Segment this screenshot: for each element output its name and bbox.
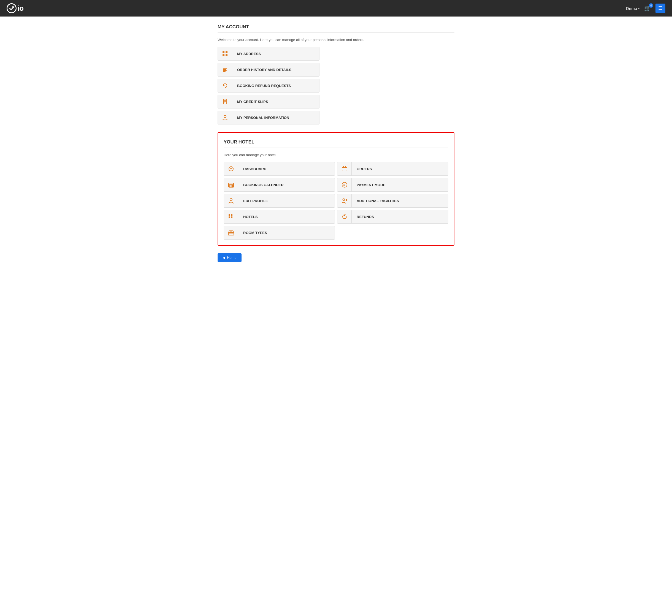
svg-point-13 bbox=[224, 115, 226, 118]
myaccount-title: MY ACCOUNT bbox=[218, 24, 454, 30]
myaccount-section: MY ACCOUNT Welcome to your account. Here… bbox=[218, 24, 454, 124]
booking-refund-button[interactable]: BOOKING REFUND REQUESTS bbox=[218, 79, 319, 93]
svg-rect-9 bbox=[223, 99, 227, 104]
my-address-icon bbox=[218, 47, 232, 60]
room-types-button[interactable]: ROOM TYPES bbox=[224, 226, 335, 240]
edit-profile-icon bbox=[224, 194, 238, 207]
svg-rect-35 bbox=[230, 231, 232, 232]
my-personal-info-button[interactable]: MY PERSONAL INFORMATION bbox=[218, 111, 319, 124]
hotels-label: HOTELS bbox=[238, 215, 263, 219]
myaccount-welcome: Welcome to your account. Here you can ma… bbox=[218, 38, 454, 42]
room-types-icon bbox=[224, 226, 238, 239]
demo-chevron-icon: ▾ bbox=[638, 7, 640, 10]
yourhotel-welcome: Here you can manage your hotel. bbox=[224, 153, 448, 157]
svg-point-26 bbox=[343, 199, 345, 201]
logo-area: io bbox=[7, 3, 23, 13]
hotels-button[interactable]: HOTELS bbox=[224, 210, 335, 224]
orders-icon bbox=[337, 162, 352, 175]
additional-facilities-icon bbox=[337, 194, 352, 207]
svg-rect-21 bbox=[231, 185, 231, 187]
order-history-label: ORDER HISTORY AND DETAILS bbox=[232, 68, 296, 72]
svg-rect-0 bbox=[12, 6, 14, 8]
home-arrow-icon: ◀ bbox=[223, 256, 225, 260]
header-actions: Demo ▾ 🛒 0 ☰ bbox=[626, 4, 665, 13]
room-types-label: ROOM TYPES bbox=[238, 231, 272, 235]
svg-rect-4 bbox=[226, 54, 227, 56]
logo-text: io bbox=[18, 4, 23, 13]
my-address-label: MY ADDRESS bbox=[232, 52, 266, 56]
logo-check-icon bbox=[7, 3, 17, 13]
my-personal-info-icon bbox=[218, 111, 232, 124]
orders-label: ORDERS bbox=[352, 167, 377, 171]
additional-facilities-label: ADDITIONAL FACILITIES bbox=[352, 199, 404, 203]
yourhotel-grid: DASHBOARD ORDERS bbox=[224, 162, 448, 240]
svg-rect-2 bbox=[223, 54, 224, 56]
additional-facilities-button[interactable]: ADDITIONAL FACILITIES bbox=[337, 194, 448, 208]
refunds-icon bbox=[337, 210, 352, 223]
home-label: Home bbox=[227, 256, 237, 260]
svg-rect-31 bbox=[231, 214, 232, 216]
svg-rect-29 bbox=[229, 214, 230, 216]
my-credit-slips-icon bbox=[218, 95, 232, 108]
order-history-button[interactable]: ORDER HISTORY AND DETAILS bbox=[218, 63, 319, 77]
bookings-calender-icon bbox=[224, 178, 238, 191]
svg-rect-30 bbox=[229, 216, 230, 218]
booking-refund-label: BOOKING REFUND REQUESTS bbox=[232, 84, 296, 88]
order-history-icon bbox=[218, 63, 232, 76]
hamburger-icon: ☰ bbox=[658, 6, 663, 11]
hotels-icon bbox=[224, 210, 238, 223]
booking-refund-icon bbox=[218, 79, 232, 92]
refunds-label: REFUNDS bbox=[352, 215, 379, 219]
demo-menu[interactable]: Demo ▾ bbox=[626, 6, 640, 11]
bookings-calender-label: BOOKINGS CALENDER bbox=[238, 183, 289, 187]
my-address-button[interactable]: MY ADDRESS bbox=[218, 47, 319, 61]
top-header: io Demo ▾ 🛒 0 ☰ bbox=[0, 0, 672, 17]
yourhotel-divider bbox=[224, 148, 448, 148]
footer-actions: ◀ Home bbox=[218, 253, 454, 262]
bookings-calender-button[interactable]: BOOKINGS CALENDER bbox=[224, 178, 335, 192]
demo-label: Demo bbox=[626, 6, 637, 11]
cart-button[interactable]: 🛒 0 bbox=[644, 5, 651, 12]
main-content: MY ACCOUNT Welcome to your account. Here… bbox=[212, 17, 460, 273]
orders-button[interactable]: ORDERS bbox=[337, 162, 448, 176]
my-credit-slips-button[interactable]: MY CREDIT SLIPS bbox=[218, 95, 319, 108]
svg-rect-1 bbox=[223, 51, 224, 53]
yourhotel-section: YOUR HOTEL Here you can manage your hote… bbox=[218, 132, 454, 246]
payment-mode-label: PAYMENT MODE bbox=[352, 183, 390, 187]
svg-rect-3 bbox=[226, 51, 227, 53]
payment-mode-icon: $ bbox=[337, 178, 352, 191]
svg-point-15 bbox=[231, 169, 231, 169]
home-button[interactable]: ◀ Home bbox=[218, 253, 242, 262]
dashboard-icon bbox=[224, 162, 238, 175]
my-credit-slips-label: MY CREDIT SLIPS bbox=[232, 100, 273, 104]
svg-point-25 bbox=[230, 199, 232, 201]
svg-text:$: $ bbox=[343, 183, 345, 186]
hamburger-menu-button[interactable]: ☰ bbox=[655, 4, 665, 13]
my-personal-info-label: MY PERSONAL INFORMATION bbox=[232, 116, 294, 120]
myaccount-divider bbox=[218, 32, 454, 33]
dashboard-label: DASHBOARD bbox=[238, 167, 272, 171]
payment-mode-button[interactable]: $ PAYMENT MODE bbox=[337, 178, 448, 192]
svg-rect-22 bbox=[232, 185, 233, 187]
dashboard-button[interactable]: DASHBOARD bbox=[224, 162, 335, 176]
refunds-button[interactable]: REFUNDS bbox=[337, 210, 448, 224]
svg-rect-20 bbox=[229, 185, 230, 187]
cart-badge: 0 bbox=[649, 3, 653, 8]
yourhotel-title: YOUR HOTEL bbox=[224, 139, 448, 145]
svg-rect-32 bbox=[231, 216, 232, 218]
logo: io bbox=[7, 3, 23, 13]
edit-profile-label: EDIT PROFILE bbox=[238, 199, 273, 203]
edit-profile-button[interactable]: EDIT PROFILE bbox=[224, 194, 335, 208]
myaccount-menu-list: MY ADDRESS ORDER HISTORY AND DETAILS bbox=[218, 47, 319, 124]
